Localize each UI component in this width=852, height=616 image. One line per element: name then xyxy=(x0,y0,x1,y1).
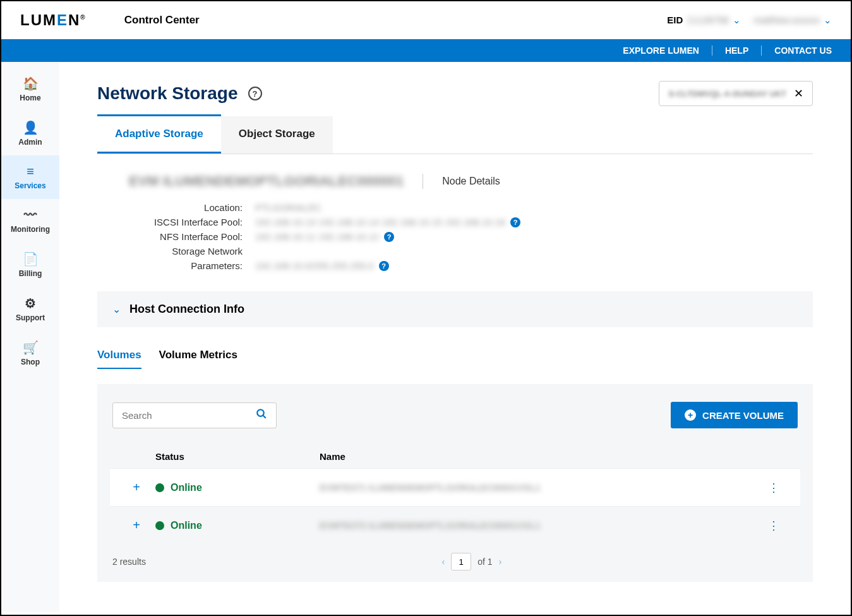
billing-icon: 📄 xyxy=(23,251,39,267)
tab-object-storage[interactable]: Object Storage xyxy=(221,116,333,154)
create-volume-label: CREATE VOLUME xyxy=(702,410,784,421)
admin-icon: 👤 xyxy=(23,120,39,135)
kebab-menu-icon[interactable]: ⋮ xyxy=(755,481,793,495)
status-dot-icon xyxy=(155,483,164,492)
plus-icon: + xyxy=(685,409,696,421)
sidebar-label: Support xyxy=(16,313,45,322)
info-icon[interactable]: ? xyxy=(510,217,520,227)
node-name: EVM ILUMENDEMOPTLGORIALEC000001 xyxy=(129,173,404,190)
product-name: Control Center xyxy=(124,14,200,27)
sidebar-item-shop[interactable]: 🛒 Shop xyxy=(1,331,59,375)
brand-e: E xyxy=(57,11,68,28)
info-icon[interactable]: ? xyxy=(379,261,389,271)
brand-logo: LUMEN® xyxy=(20,11,87,29)
page-input[interactable] xyxy=(451,553,471,571)
volume-name: EVMTEST2 ILUMENDEMOPTLGORIALEC00001VOL1 xyxy=(320,521,755,531)
services-icon: ≡ xyxy=(27,164,34,179)
search-input[interactable] xyxy=(122,410,256,421)
help-icon[interactable]: ? xyxy=(248,87,262,100)
sidebar-label: Billing xyxy=(19,269,42,278)
status-text: Online xyxy=(171,520,202,531)
create-volume-button[interactable]: + CREATE VOLUME xyxy=(671,402,798,428)
context-selector[interactable]: S-CLTDMVQL-A-DUNDAY UKT ✕ xyxy=(659,81,813,106)
eid-dropdown[interactable]: EID 11128758 ⌄ xyxy=(667,15,741,26)
status-cell: Online xyxy=(155,482,320,493)
explore-link[interactable]: EXPLORE LUMEN xyxy=(623,45,699,56)
volumes-panel: + CREATE VOLUME Status Name + Online xyxy=(97,384,813,582)
table-row: + Online EVMTEST1 ILUMENDEMOPTLGORIALEC0… xyxy=(110,468,800,506)
chevron-down-icon: ⌄ xyxy=(824,15,832,26)
user-dropdown[interactable]: matthew.xxxxxx ⌄ xyxy=(753,15,832,26)
sidebar-label: Home xyxy=(20,94,40,102)
location-label: Location: xyxy=(129,202,255,213)
table-row: + Online EVMTEST2 ILUMENDEMOPTLGORIALEC0… xyxy=(110,506,800,544)
node-details-link[interactable]: Node Details xyxy=(442,176,500,187)
sidebar-item-monitoring[interactable]: 〰 Monitoring xyxy=(1,199,59,243)
chevron-down-icon: ⌄ xyxy=(733,15,741,26)
expand-row-icon[interactable]: + xyxy=(117,518,155,533)
user-name: matthew.xxxxxx xyxy=(753,15,820,25)
support-icon: ⚙ xyxy=(25,296,36,311)
page-header: Network Storage ? S-CLTDMVQL-A-DUNDAY UK… xyxy=(97,81,813,106)
help-link[interactable]: HELP xyxy=(725,45,748,56)
pagination: 2 results ‹ of 1 › xyxy=(110,544,800,582)
status-cell: Online xyxy=(155,520,320,531)
eid-label: EID xyxy=(667,15,683,25)
sidebar-item-admin[interactable]: 👤 Admin xyxy=(1,111,59,155)
iscsi-value: 192.168.10.13 192.168.10.14 192.168.10.1… xyxy=(255,217,505,227)
close-icon[interactable]: ✕ xyxy=(794,87,803,100)
top-bar: LUMEN® Control Center EID 11128758 ⌄ mat… xyxy=(1,1,851,39)
prev-page-icon[interactable]: ‹ xyxy=(442,557,445,567)
sidebar-label: Monitoring xyxy=(11,225,50,234)
page-title: Network Storage xyxy=(97,83,238,104)
next-page-icon[interactable]: › xyxy=(499,557,502,567)
page-total: of 1 xyxy=(477,557,492,567)
secondary-nav: EXPLORE LUMEN HELP CONTACT US xyxy=(1,39,851,62)
search-box[interactable] xyxy=(112,402,277,428)
volume-tabs: Volumes Volume Metrics xyxy=(97,342,813,369)
tab-volume-metrics[interactable]: Volume Metrics xyxy=(159,342,237,369)
nfs-label: NFS Interface Pool: xyxy=(129,231,255,242)
col-status: Status xyxy=(155,451,320,462)
storage-label-1: Storage Network xyxy=(129,246,255,257)
iscsi-label: ISCSI Interface Pool: xyxy=(129,217,255,227)
sidebar-label: Shop xyxy=(21,358,40,366)
search-icon[interactable] xyxy=(256,408,267,423)
info-icon[interactable]: ? xyxy=(384,232,394,242)
kebab-menu-icon[interactable]: ⋮ xyxy=(755,519,793,533)
top-right: EID 11128758 ⌄ matthew.xxxxxx ⌄ xyxy=(667,15,832,26)
sidebar-item-billing[interactable]: 📄 Billing xyxy=(1,243,59,287)
status-dot-icon xyxy=(155,521,164,530)
tab-adaptive-storage[interactable]: Adaptive Storage xyxy=(97,114,221,154)
sidebar-item-home[interactable]: 🏠 Home xyxy=(1,67,59,111)
volumes-table: Status Name + Online EVMTEST1 ILUMENDEMO… xyxy=(110,445,800,544)
sidebar-label: Admin xyxy=(18,138,42,147)
nfs-value: 192.168.10.11 192.168.10.12 xyxy=(255,231,379,242)
tab-volumes[interactable]: Volumes xyxy=(97,342,141,369)
location-value: PTLGORIALEC xyxy=(255,202,321,213)
storage-value: 192.168.10.0/255.255.255.0 xyxy=(255,260,374,271)
divider xyxy=(423,174,423,189)
host-connection-panel[interactable]: ⌄ Host Connection Info xyxy=(97,291,813,327)
separator xyxy=(712,45,712,56)
chevron-down-icon: ⌄ xyxy=(112,303,121,315)
sidebar-item-support[interactable]: ⚙ Support xyxy=(1,287,59,331)
eid-value: 11128758 xyxy=(687,15,729,25)
sidebar-item-services[interactable]: ≡ Services xyxy=(1,155,59,199)
panel-title: Host Connection Info xyxy=(129,303,244,316)
storage-label-2: Parameters: xyxy=(129,260,255,271)
results-count: 2 results xyxy=(112,557,146,567)
monitoring-icon: 〰 xyxy=(24,208,37,222)
brand-reg: ® xyxy=(80,14,86,21)
storage-tabs: Adaptive Storage Object Storage xyxy=(97,116,813,154)
contact-link[interactable]: CONTACT US xyxy=(774,45,832,56)
svg-line-1 xyxy=(263,415,266,418)
sidebar-label: Services xyxy=(15,181,45,190)
context-value: S-CLTDMVQL-A-DUNDAY UKT xyxy=(668,89,786,99)
brand-prefix: LUM xyxy=(20,11,57,28)
expand-row-icon[interactable]: + xyxy=(117,480,155,495)
node-details-block: EVM ILUMENDEMOPTLGORIALEC000001 Node Det… xyxy=(97,154,813,284)
shop-icon: 🛒 xyxy=(23,340,39,355)
status-text: Online xyxy=(171,482,202,493)
separator xyxy=(761,45,762,56)
